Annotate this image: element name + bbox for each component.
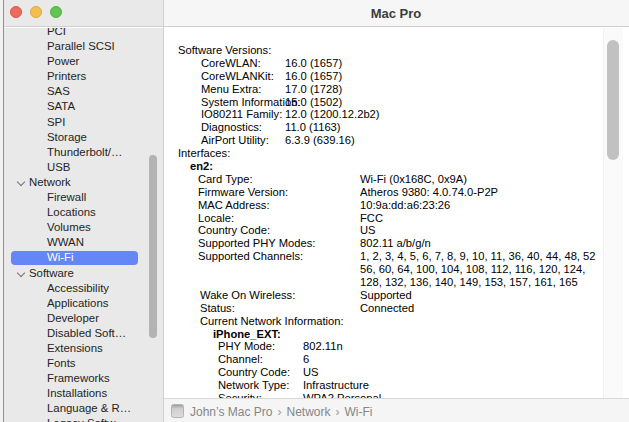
sidebar-item-language-r[interactable]: Language & R… (4, 401, 163, 416)
sidebar-item-developer[interactable]: Developer (4, 311, 163, 326)
breadcrumb-item-network[interactable]: Network (286, 405, 330, 419)
sidebar-item-label: Extensions (47, 341, 103, 356)
sidebar-item-wwan[interactable]: WWAN (4, 235, 163, 250)
sidebar-item-usb[interactable]: USB (4, 160, 163, 175)
sidebar-item-label: SATA (47, 99, 75, 114)
sidebar-list: PCIParallel SCSIPowerPrintersSASSATASPIS… (4, 28, 163, 422)
sidebar-item-frameworks[interactable]: Frameworks (4, 371, 163, 386)
sidebar-item-disabled-soft[interactable]: Disabled Soft… (4, 326, 163, 341)
sidebar-item-label: Applications (47, 296, 108, 311)
info-row-firmware-version: Firmware Version:Atheros 9380: 4.0.74.0-… (164, 186, 629, 199)
zoom-button[interactable] (50, 6, 62, 18)
sidebar-item-accessibility[interactable]: Accessibility (4, 281, 163, 296)
info-value: 11.0 (1163) (285, 121, 341, 134)
info-row-io80211-family: IO80211 Family:12.0 (1200.12.2b2) (164, 108, 629, 121)
sidebar-item-sas[interactable]: SAS (4, 84, 163, 99)
sidebar-item-spi[interactable]: SPI (4, 115, 163, 130)
minimize-button[interactable] (30, 6, 42, 18)
sidebar-item-parallel-scsi[interactable]: Parallel SCSI (4, 39, 163, 54)
sidebar-item-label: Locations (47, 205, 96, 220)
sidebar-item-pci[interactable]: PCI (4, 28, 163, 39)
info-value: FCC (360, 212, 383, 225)
chevron-down-icon[interactable] (17, 268, 25, 276)
info-row-country-code: Country Code:US (164, 366, 629, 379)
sidebar-divider (163, 0, 164, 422)
sidebar-item-fonts[interactable]: Fonts (4, 356, 163, 371)
sidebar-scrollbar-thumb[interactable] (149, 155, 157, 338)
sidebar-item-label: Wi-Fi (47, 250, 74, 265)
info-value: US (303, 366, 319, 379)
info-value: 128, 132, 136, 140, 149, 153, 157, 161, … (360, 276, 578, 289)
sidebar-item-storage[interactable]: Storage (4, 130, 163, 145)
info-label: CoreWLANKit: (201, 70, 274, 83)
breadcrumb-item-wi-fi[interactable]: Wi-Fi (345, 405, 373, 419)
sidebar-item-applications[interactable]: Applications (4, 296, 163, 311)
sidebar-item-label: SPI (47, 115, 65, 130)
info-row-wake-on-wireless: Wake On Wireless:Supported (164, 289, 629, 302)
sidebar-item-label: Frameworks (47, 371, 110, 386)
info-value: 802.11n (303, 340, 343, 353)
close-button[interactable] (10, 6, 22, 18)
info-label: iPhone_EXT: (213, 328, 281, 341)
info-value: Infrastructure (303, 379, 369, 392)
sidebar-item-sata[interactable]: SATA (4, 99, 163, 114)
info-value: 10:9a:dd:a6:23:26 (360, 199, 450, 212)
sidebar-item-label: Volumes (47, 220, 91, 235)
detail-pane: Software Versions:CoreWLAN:16.0 (1657)Co… (164, 28, 629, 398)
sidebar-item-extensions[interactable]: Extensions (4, 341, 163, 356)
status-bar: John’s Mac Pro›Network›Wi-Fi (164, 398, 629, 422)
info-row-iphone-ext: iPhone_EXT: (164, 328, 629, 341)
info-value: 56, 60, 64, 100, 104, 108, 112, 116, 120… (360, 263, 585, 276)
info-value: 16.0 (1657) (285, 57, 342, 70)
main-scrollbar-track[interactable] (603, 28, 623, 398)
sidebar-item-locations[interactable]: Locations (4, 205, 163, 220)
sidebar-item-label: Parallel SCSI (47, 39, 115, 54)
sidebar-item-power[interactable]: Power (4, 54, 163, 69)
main-scrollbar-thumb[interactable] (607, 40, 619, 160)
info-label: Card Type: (198, 173, 253, 186)
info-label: Wake On Wireless: (200, 289, 295, 302)
sidebar-item-network[interactable]: Network (4, 175, 163, 190)
sidebar-item-software[interactable]: Software (4, 266, 163, 281)
info-row-corewlankit: CoreWLANKit:16.0 (1657) (164, 70, 629, 83)
info-label: Country Code: (198, 224, 270, 237)
breadcrumb-item-john-s-mac-pro[interactable]: John’s Mac Pro (190, 405, 272, 419)
info-value: 12.0 (1200.12.2b2) (285, 108, 380, 121)
info-row-airport-utility: AirPort Utility:6.3.9 (639.16) (164, 134, 629, 147)
sidebar-item-label: Developer (47, 311, 99, 326)
info-row-card-type: Card Type:Wi-Fi (0x168C, 0x9A) (164, 173, 629, 186)
info-value: Wi-Fi (0x168C, 0x9A) (360, 173, 467, 186)
info-value: US (360, 224, 376, 237)
sidebar-item-label: SAS (47, 84, 70, 99)
info-label: Supported PHY Modes: (198, 237, 315, 250)
info-value: Supported (360, 289, 412, 302)
info-label: Status: (200, 302, 235, 315)
info-label: Supported Channels: (198, 250, 303, 263)
info-value: 6 (303, 353, 309, 366)
info-row-interfaces: Interfaces: (164, 147, 629, 160)
info-value: Connected (360, 302, 414, 315)
sidebar-item-wi-fi[interactable]: Wi-Fi (4, 250, 163, 265)
sidebar-item-label: Firewall (47, 190, 86, 205)
selection-highlight (11, 251, 138, 266)
chevron-down-icon[interactable] (17, 178, 25, 186)
sidebar-item-thunderbolt[interactable]: Thunderbolt/… (4, 145, 163, 160)
sidebar-item-label: WWAN (47, 235, 84, 250)
info-row-current-network-information: Current Network Information: (164, 315, 629, 328)
sidebar-item-label: Language & R… (47, 401, 131, 416)
sidebar-item-firewall[interactable]: Firewall (4, 190, 163, 205)
sidebar-item-label: Legacy Softw… (47, 416, 127, 422)
sidebar-item-installations[interactable]: Installations (4, 386, 163, 401)
breadcrumb-separator: › (336, 405, 340, 419)
info-label: MAC Address: (198, 199, 270, 212)
info-row-system-information: System Information:15.0 (1502) (164, 96, 629, 109)
sidebar-item-legacy-softw[interactable]: Legacy Softw… (4, 416, 163, 422)
info-value: 16.0 (1657) (285, 70, 342, 83)
window-title: Mac Pro (163, 0, 629, 27)
info-row-supported-channels: Supported Channels:1, 2, 3, 4, 5, 6, 7, … (164, 250, 629, 263)
sidebar-item-label: USB (47, 160, 70, 175)
sidebar-item-volumes[interactable]: Volumes (4, 220, 163, 235)
info-label: PHY Mode: (218, 340, 275, 353)
info-label: AirPort Utility: (201, 134, 269, 147)
sidebar-item-printers[interactable]: Printers (4, 69, 163, 84)
